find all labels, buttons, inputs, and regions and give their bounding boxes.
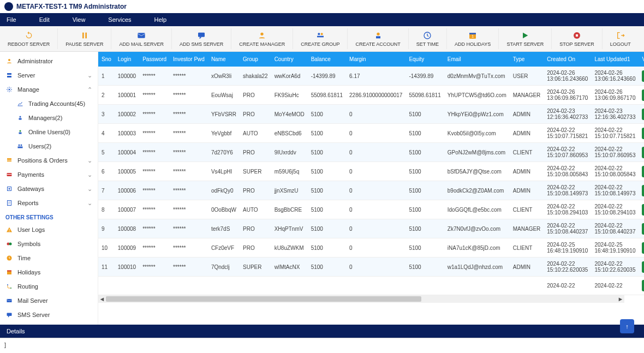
toolbar-stop-server[interactable]: STOP SERVER: [552, 28, 603, 49]
scroll-to-top-button[interactable]: ↑: [620, 319, 634, 333]
sidebar-positions-orders[interactable]: Positions & Orders⌄: [0, 153, 98, 167]
sidebar-label: Payments: [17, 171, 44, 178]
toolbar-add-mail-server[interactable]: ADD MAIL SERVER: [111, 28, 172, 49]
toolbar-add-sms-server[interactable]: ADD SMS SERVER: [172, 28, 231, 49]
toolbar-set-time[interactable]: SET TIME: [409, 28, 447, 49]
sidebar-online-users-0-[interactable]: Online Users(0): [0, 125, 98, 139]
toolbar-start-server[interactable]: START SERVER: [499, 28, 552, 49]
view-button[interactable]: View: [642, 109, 644, 120]
cell-investor: ******: [170, 67, 208, 86]
details-tab[interactable]: Details: [0, 325, 32, 338]
cell-updated: 2024-02-2613:06:09.867170: [591, 86, 639, 105]
table-row[interactable]: 2024-02-222024-02-22: [98, 277, 644, 295]
table-row[interactable]: 7100006************odFkQy0PROjjnXSmzU510…: [98, 181, 644, 200]
menu-help[interactable]: Help: [152, 15, 169, 24]
table-row[interactable]: 3100002************YFbVSRRPROMoY4eMOD510…: [98, 105, 644, 124]
col-sno[interactable]: Sno: [98, 52, 115, 67]
sidebar-gateways[interactable]: Gateways⌄: [0, 182, 98, 196]
cell-email: iNA7u1cK@85jD.com: [444, 238, 510, 258]
table-row[interactable]: 6100005************Vs4LpHISUPERm59U6j5q5…: [98, 162, 644, 181]
view-button[interactable]: View: [642, 242, 644, 254]
sidebar-reports[interactable]: Reports⌄: [0, 196, 98, 210]
col-created-on[interactable]: Created On: [544, 52, 591, 67]
view-button[interactable]: View: [642, 70, 644, 82]
sidebar: AdministratorServer⌄Manage⌃Trading Accou…: [0, 52, 98, 325]
sidebar-label: Holidays: [17, 269, 40, 276]
cell-name: [208, 277, 240, 295]
toolbar-pause-server[interactable]: PAUSE SERVER: [58, 28, 111, 49]
col-password[interactable]: Password: [139, 52, 170, 67]
cell-equity: 5100: [406, 143, 444, 162]
view-button[interactable]: View: [642, 147, 644, 158]
view-button[interactable]: View: [642, 261, 644, 273]
table-row[interactable]: 10100009************CFz0eVFPROkU8uZWKM51…: [98, 238, 644, 258]
person-icon: [16, 114, 24, 122]
menu-services[interactable]: Services: [106, 15, 133, 24]
table-row[interactable]: 4100003************YeVgbbfAUTOeNBSCbd651…: [98, 124, 644, 143]
toolbar-create-account[interactable]: CREATE ACCOUNT: [348, 28, 408, 49]
toolbar-reboot-server[interactable]: REBOOT SERVER: [0, 28, 58, 49]
toolbar-create-manager[interactable]: CREATE MANAGER: [231, 28, 293, 49]
cell-investor: ******: [170, 181, 208, 200]
sidebar-server[interactable]: Server⌄: [0, 68, 98, 82]
col-margin[interactable]: Margin: [346, 52, 406, 67]
table-row[interactable]: 2100001************EouWsajPROFK9SiuHc550…: [98, 86, 644, 105]
menu-file[interactable]: File: [4, 15, 19, 24]
sidebar-time[interactable]: Time: [0, 251, 98, 265]
group-icon: [315, 31, 325, 40]
view-button[interactable]: View: [642, 89, 644, 101]
col-country[interactable]: Country: [271, 52, 308, 67]
col-login[interactable]: Login: [115, 52, 139, 67]
sidebar-routing[interactable]: Routing: [0, 279, 98, 294]
sidebar-symbols[interactable]: Symbols: [0, 237, 98, 251]
menu-edit[interactable]: Edit: [37, 15, 52, 24]
sidebar-payments[interactable]: Payments⌄: [0, 167, 98, 182]
table-row[interactable]: 11100010************7QndcljSUPERwIMtAcNX…: [98, 258, 644, 277]
sidebar-sms-server[interactable]: SMS Server: [0, 308, 98, 322]
svg-point-22: [20, 130, 21, 132]
table-row[interactable]: 1100000************xOwR3lishakala22wwKor…: [98, 67, 644, 86]
table-row[interactable]: 9100008************terk7dSPROXHqPTnmV510…: [98, 219, 644, 238]
col-investor-pwd[interactable]: Investor Pwd: [170, 52, 208, 67]
sidebar-users-2-[interactable]: Users(2): [0, 139, 98, 153]
col-type[interactable]: Type: [510, 52, 544, 67]
sidebar-holidays[interactable]: Holidays: [0, 265, 98, 279]
cell-password: ******: [139, 124, 170, 143]
toolbar-add-holidays[interactable]: 1ADD HOLIDAYS: [447, 28, 499, 49]
cell-sno: 3: [98, 105, 115, 124]
scroll-right-icon[interactable]: ►: [617, 295, 624, 303]
col-name[interactable]: Name: [208, 52, 240, 67]
col-email[interactable]: Email: [444, 52, 510, 67]
toolbar-logout[interactable]: LOGOUT: [603, 28, 639, 49]
sidebar-user-logs[interactable]: User Logs: [0, 223, 98, 237]
cell-name: YFbVSRR: [208, 105, 240, 124]
col-balance[interactable]: Balance: [308, 52, 346, 67]
col-equity[interactable]: Equity: [406, 52, 444, 67]
sidebar-administrator[interactable]: Administrator: [0, 54, 98, 68]
table-area[interactable]: SnoLoginPasswordInvestor PwdNameGroupCou…: [98, 52, 644, 325]
cell-name: odFkQy0: [208, 181, 240, 200]
table-row[interactable]: 5100004************7d270Y6PRO9IUxrddv510…: [98, 143, 644, 162]
view-button[interactable]: View: [642, 166, 644, 177]
sidebar-manage[interactable]: Manage⌃: [0, 82, 98, 97]
svg-point-25: [21, 145, 22, 146]
menu-view[interactable]: View: [70, 15, 88, 24]
sidebar-managers-2-[interactable]: Managers(2): [0, 111, 98, 125]
horizontal-scrollbar[interactable]: ◄ ►: [98, 295, 624, 303]
scroll-left-icon[interactable]: ◄: [98, 295, 106, 303]
cell-country: wwKorA6d: [271, 67, 308, 86]
cell-balance: 55098.61811: [308, 86, 346, 105]
view-button[interactable]: [642, 280, 644, 291]
col-group[interactable]: Group: [240, 52, 271, 67]
view-button[interactable]: View: [642, 128, 644, 139]
sidebar-mail-server[interactable]: Mail Server: [0, 294, 98, 308]
view-button[interactable]: View: [642, 204, 644, 216]
view-button[interactable]: View: [642, 223, 644, 235]
view-button[interactable]: View: [642, 185, 644, 196]
toolbar-create-group[interactable]: CREATE GROUP: [293, 28, 348, 49]
col-last-updated1[interactable]: Last Updated1: [591, 52, 639, 67]
col-view[interactable]: View: [639, 52, 644, 67]
scroll-thumb[interactable]: [106, 296, 421, 302]
table-row[interactable]: 8100007************0OoBbqWAUTOBsgBbCRE51…: [98, 200, 644, 219]
sidebar-trading-accounts-45-[interactable]: Trading Accounts(45): [0, 97, 98, 111]
